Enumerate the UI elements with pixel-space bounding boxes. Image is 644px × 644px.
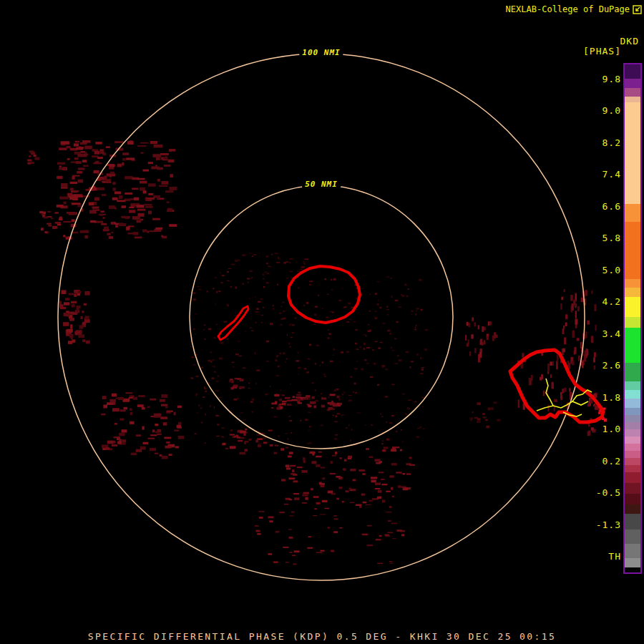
colorbar-tick-label: 3.4 (578, 328, 621, 339)
colorbar-tick-label: -0.5 (578, 487, 621, 498)
colorbar-segment (625, 363, 640, 381)
colorbar-segment (625, 544, 640, 558)
header: NEXLAB-College of DuPage (506, 4, 642, 14)
colorbar-tick-label: 5.8 (578, 233, 621, 243)
colorbar-tick-label: 2.6 (578, 360, 621, 371)
colorbar-segment (625, 317, 640, 328)
colorbar-segment (625, 514, 640, 530)
colorbar-tick-label: 7.4 (578, 169, 621, 180)
colorbar-tick-label: 9.8 (578, 74, 621, 84)
colorbar-segment (625, 297, 640, 317)
colorbar-tick-label: 6.6 (578, 201, 621, 212)
colorbar-segment (625, 444, 640, 451)
colorbar-segment (625, 88, 640, 97)
colorbar-tick-label: 1.8 (578, 392, 621, 403)
colorbar-tick-label: 9.0 (578, 105, 621, 116)
colorbar-segment (625, 451, 640, 458)
colorbar-segment (625, 415, 640, 422)
range-ring (190, 185, 453, 449)
island-outlines (218, 266, 603, 422)
kauai-outline (288, 266, 360, 323)
colorbar-segment (625, 288, 640, 297)
range-ring-label: 50 NMI (302, 180, 341, 189)
niihau-outline (218, 306, 248, 340)
oahu-h1-highway (537, 401, 588, 411)
colorbar-tick-label: 4.2 (578, 296, 621, 307)
colorbar-tick-label: 8.2 (578, 137, 621, 148)
product-units-label: [PHAS] (583, 46, 621, 57)
colorbar-segment (625, 399, 640, 408)
colorbar-segment (625, 465, 640, 472)
cod-arrow-logo-icon (633, 5, 642, 14)
colorbar-segment (625, 422, 640, 429)
colorbar-segment (625, 328, 640, 363)
colorbar-tick-label: -1.3 (578, 519, 621, 530)
colorbar-segment (625, 429, 640, 436)
colorbar-segment (625, 64, 640, 79)
colorbar-segment (625, 79, 640, 88)
colorbar-segment (625, 97, 640, 102)
colorbar-tick-label: 0.2 (578, 456, 621, 467)
colorbar-segment (625, 390, 640, 399)
range-rings (58, 54, 585, 580)
range-ring-label: 100 NMI (299, 48, 343, 57)
colorbar-segment (625, 204, 640, 222)
colorbar-segment (625, 222, 640, 279)
colorbar-segment (625, 567, 640, 572)
colorbar-segment (625, 472, 640, 483)
colorbar-segment (625, 381, 640, 390)
site-title: NEXLAB-College of DuPage (506, 4, 630, 14)
colorbar-segment (625, 436, 640, 444)
colorbar-segment (625, 483, 640, 494)
colorbar-tick-label: TH (578, 551, 621, 562)
radar-map-canvas (0, 0, 644, 644)
colorbar-segment (625, 102, 640, 204)
radar-echo-layer (27, 140, 607, 565)
colorbar-tick-label: 5.0 (578, 265, 621, 275)
colorbar-segment (625, 458, 640, 465)
colorbar-tick-label: 1.0 (578, 424, 621, 434)
radar-display: NEXLAB-College of DuPage DKD [PHAS] 9.89… (0, 0, 644, 644)
colorbar-segment (625, 558, 640, 567)
product-caption: SPECIFIC DIFFERENTIAL PHASE (KDP) 0.5 DE… (0, 631, 644, 642)
product-code-label: DKD (620, 36, 639, 47)
colorbar-segment (625, 494, 640, 504)
colorbar-segment (625, 408, 640, 415)
colorbar-segment (625, 279, 640, 288)
colorbar (623, 63, 642, 574)
colorbar-segment (625, 530, 640, 544)
colorbar-segment (625, 504, 640, 514)
range-ring (58, 54, 585, 580)
